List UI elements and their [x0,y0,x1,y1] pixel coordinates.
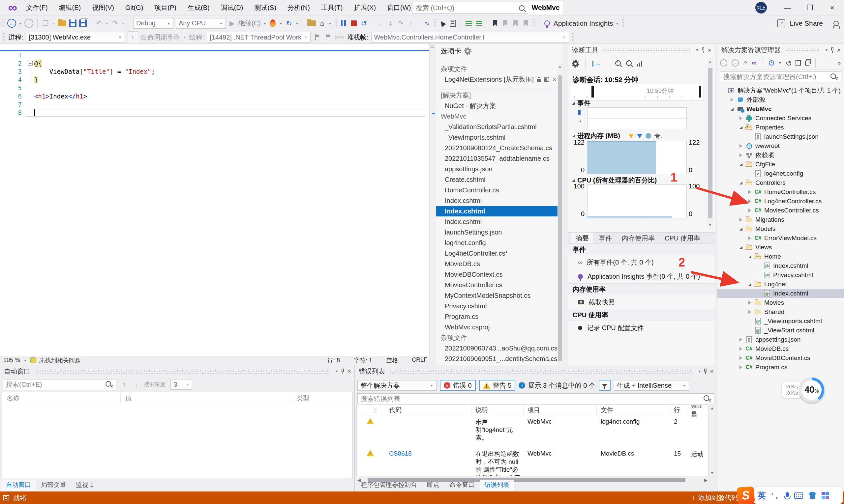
scroll-up-icon[interactable]: ▲ [707,60,713,64]
account-avatar[interactable]: 剑上 [755,2,767,14]
solution-search-box[interactable]: 搜索解决方案资源管理器(Ctrl+;) ▾ [720,71,841,82]
tree-item[interactable]: WebMvc [718,104,844,114]
document-outline-icon[interactable] [450,20,455,27]
tree-item[interactable]: wwwroot [718,141,844,150]
tree-item[interactable]: @_ViewImports.cshtml [718,317,844,326]
back-icon[interactable]: ← [720,59,727,67]
tree-item[interactable]: 依赖项 [718,150,844,160]
expander-collapsed-icon[interactable] [738,116,744,120]
menu-item-5[interactable]: 生成(B) [182,0,215,16]
sogou-logo[interactable]: S [737,486,755,504]
clear-bookmarks-icon[interactable] [523,20,528,26]
column-code[interactable]: 代码 [385,405,471,415]
scope-combo[interactable]: 整个解决方案▾ [357,380,436,391]
indent-mode[interactable]: 空格 [386,356,398,364]
column-line[interactable]: 行 [670,405,687,415]
tree-item[interactable]: @Privacy.cshtml [718,270,844,280]
file-tab-item[interactable]: MovieDB.cs [436,258,557,269]
close-icon[interactable]: × [707,47,711,53]
expander-collapsed-icon[interactable] [747,190,753,194]
expander-expanded-icon[interactable] [747,255,753,258]
expander-collapsed-icon[interactable] [738,365,744,369]
open-file-icon[interactable] [58,20,66,26]
tab-summary[interactable]: 摘要 [571,233,593,244]
tab-watch-1[interactable]: 监视 1 [71,480,98,491]
panel-drag-grip[interactable] [603,48,691,52]
tree-item[interactable]: {}launchSettings.json [718,132,844,141]
forward-icon[interactable]: → [731,59,739,67]
messages-toggle-button[interactable]: i展示 3 个消息中的 0 个 [519,381,595,390]
step-into-icon[interactable]: ↧ [386,18,394,29]
expander-expanded-icon[interactable] [747,283,753,286]
expander-collapsed-icon[interactable] [738,218,744,222]
step-out-icon[interactable]: ↑ [407,18,415,29]
redo-icon[interactable]: ↷ [111,18,119,29]
line-ending[interactable]: CRLF [412,356,427,364]
expander-collapsed-icon[interactable] [747,209,753,213]
expander-collapsed-icon[interactable] [738,144,744,148]
column-severity[interactable] [357,405,385,415]
live-share-icon[interactable]: ↗ [777,19,785,28]
tree-item[interactable]: Connected Services [718,114,844,123]
stop-debugging-icon[interactable] [351,20,357,26]
panel-menu-dropdown[interactable]: ▾ [335,369,339,374]
restart-app-icon[interactable]: ↻ [285,18,293,29]
expander-collapsed-icon[interactable] [747,301,753,305]
tab-package-manager-console[interactable]: 程序包管理器控制台 [356,480,422,491]
restart-debug-icon[interactable]: ↺ [360,18,368,29]
close-icon[interactable]: × [710,368,714,375]
zoom-in-icon[interactable]: + [615,60,621,67]
panel-menu-dropdown[interactable]: ▾ [697,369,701,374]
tree-item[interactable]: C#Program.cs [718,363,844,372]
pin-icon[interactable] [341,368,345,374]
tree-item[interactable]: Movies [718,298,844,307]
code-editor[interactable]: 12345678 –@{ ViewData["Title"] = "Index"… [0,44,429,356]
application-insights-dropdown[interactable]: ▾ [616,21,619,26]
tree-item[interactable]: C#MovieDB.cs [718,344,844,354]
expander-collapsed-icon[interactable] [747,310,753,314]
collapse-section-icon[interactable] [572,102,575,105]
application-insights-label[interactable]: Application Insights [553,19,613,28]
record-cpu-profile-link[interactable]: 记录 CPU 配置文件 [568,321,715,335]
expander-collapsed-icon[interactable] [738,356,744,360]
expander-collapsed-icon[interactable] [738,347,744,351]
chart-options-icon[interactable] [637,61,642,67]
menu-item-11[interactable]: 窗口(W) [381,0,416,16]
menu-item-6[interactable]: 调试(D) [215,0,249,16]
expander-collapsed-icon[interactable] [729,98,735,102]
tabs-panel-scrollbar[interactable]: ▲ [557,64,563,365]
scroll-down-icon[interactable]: ▼ [707,223,713,227]
thread-combo[interactable]: [14492] .NET ThreadPool Work▾ [207,32,311,42]
gear-icon[interactable] [465,49,470,54]
code-line[interactable]: <h1>Index</h1> [28,92,427,101]
expander-collapsed-icon[interactable] [738,153,744,157]
panel-drag-grip[interactable] [785,48,820,52]
new-project-icon[interactable]: ❐ [41,18,49,29]
filter-button[interactable] [599,380,610,391]
quick-search-box[interactable]: 搜索 (Ctrl+Q) [412,2,528,14]
cpu-chart[interactable] [587,184,687,218]
new-project-dropdown[interactable]: ▾ [52,21,55,26]
next-bookmark-icon[interactable] [513,20,518,26]
toolbar-grip[interactable] [334,19,337,28]
session-timeline[interactable]: 10:50分钟 [571,84,704,101]
code-line[interactable]: ViewData["Title"] = "Index"; [28,68,427,76]
file-tab-item[interactable]: 20221011035547_addtablename.cs [436,153,557,164]
unflag-icon[interactable]: ×∾ [334,32,344,43]
close-icon[interactable]: × [837,47,841,53]
file-tab-item[interactable]: Create.cshtml [436,174,557,185]
percent-ring[interactable]: 40 % [799,378,824,402]
search-next-icon[interactable]: ↓ [132,379,140,390]
browse-home-icon[interactable]: ⌂ [318,18,326,29]
network-monitor-widget[interactable]: ↑↑0 K/s0 K/s ↓0 K/s 40 % [782,378,824,402]
toolbar-grip[interactable] [532,19,535,28]
find-in-files-icon[interactable] [307,20,316,26]
close-icon[interactable]: × [553,76,556,83]
step-over-icon[interactable]: ↷ [397,18,404,29]
scroll-right-icon[interactable]: ▶ [704,478,707,483]
feedback-icon[interactable] [833,21,839,26]
expander-expanded-icon[interactable] [738,126,744,129]
indent-decrease-icon[interactable] [466,21,472,26]
file-tab-item[interactable]: 20221009080124_CreateSchema.cs [436,143,557,153]
flag-all-threads-icon[interactable] [325,34,330,40]
